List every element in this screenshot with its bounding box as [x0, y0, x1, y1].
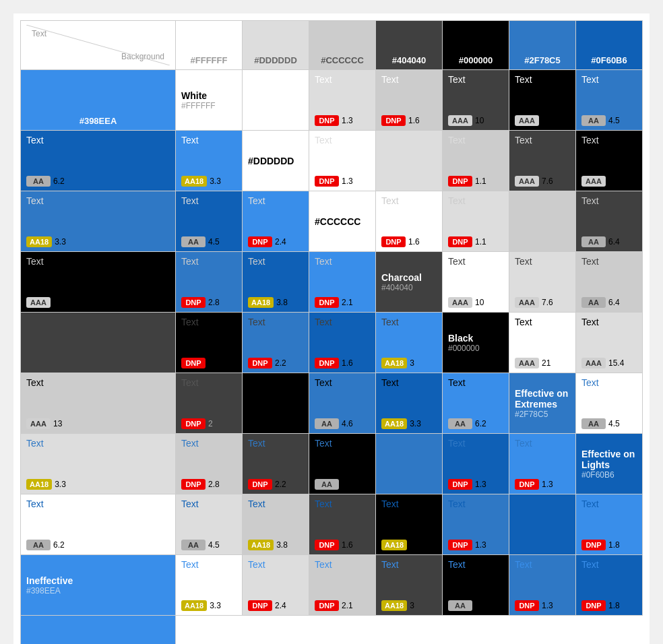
text-sample: Text — [515, 256, 570, 267]
badge-row: DNP 1.8 — [581, 600, 637, 611]
ratio: 2 — [208, 419, 213, 428]
badge-dnp: DNP — [315, 176, 339, 187]
text-sample: Text — [581, 498, 637, 509]
cell-black-2f78c5: Text AA 4.6 — [309, 373, 376, 434]
col-header-2f78c5: #2F78C5 — [509, 21, 576, 70]
row-name-white: White — [181, 90, 236, 101]
badge-aaa: AAA — [515, 115, 539, 126]
badge-aa18: AA18 — [248, 540, 274, 550]
row-hex-398eea: #398EEA — [26, 586, 170, 595]
cell-white-398eea: Text AA18 3.3 — [176, 131, 243, 191]
text-sample: Text — [26, 195, 170, 206]
row-name-black: Black — [448, 333, 503, 344]
cell-black-ffffff: Text AAA 21 — [509, 313, 576, 373]
ratio: 1.3 — [542, 480, 553, 489]
ratio: 2.1 — [342, 601, 353, 610]
badge-row: AAA 15.4 — [581, 358, 637, 368]
badge-row: DNP 2.1 — [315, 297, 370, 308]
badge-row: DNP 1.1 — [448, 176, 503, 187]
col-header-cccccc: #CCCCCC — [309, 21, 376, 70]
cell-charcoal-dddddd: Text AAA 7.6 — [509, 252, 576, 313]
svg-line-0 — [26, 25, 170, 65]
badge-row: AA 4.6 — [315, 479, 370, 490]
badge-row: AAA 7.6 — [515, 176, 570, 187]
ratio: 1.6 — [342, 540, 353, 550]
cell-398eea-398eea — [21, 616, 176, 644]
badge-aa18: AA18 — [381, 540, 407, 550]
cell-2f78c5-398eea: Text DNP 1.3 — [509, 434, 576, 494]
badge-row: DNP 1.3 — [315, 176, 370, 187]
text-sample: Text — [381, 377, 437, 388]
badge-row: AA18 3.3 — [26, 236, 170, 247]
cell-charcoal-2f78c5: Text DNP 2.2 — [243, 313, 309, 373]
badge-dnp: DNP — [315, 115, 339, 126]
cell-charcoal-000000: Text DNP 2 — [176, 313, 243, 373]
text-sample: Text — [581, 377, 637, 388]
text-sample: Text — [181, 256, 236, 267]
row-hex-black: #000000 — [448, 344, 503, 353]
main-container: Text Background #FFFFFF #DDDDDD #CCCCCC … — [13, 13, 650, 644]
badge-row: DNP 2.1 — [315, 600, 370, 611]
text-sample: Text — [248, 256, 303, 267]
badge-row: AA18 3.8 — [248, 540, 303, 550]
text-sample: Text — [381, 498, 437, 509]
badge-row: AA 4.5 — [181, 540, 236, 550]
cell-0f60b6-2f78c5: Text DNP 1.3 — [443, 494, 509, 555]
text-sample: Text — [381, 195, 437, 206]
row-header-dddddd: #DDDDDD — [243, 131, 309, 191]
row-name-2f78c5: Effective on Extremes — [515, 388, 570, 410]
ratio: 1.1 — [475, 176, 486, 186]
badge-row: DNP 1.6 — [381, 236, 437, 247]
text-sample: Text — [515, 559, 570, 570]
cell-cccccc-dddddd: Text DNP 1.1 — [443, 191, 509, 252]
text-sample: Text — [26, 377, 170, 388]
ratio: 2.2 — [275, 358, 286, 368]
badge-aaa: AAA — [515, 176, 539, 187]
row-header-white: White #FFFFFF — [176, 70, 243, 131]
ratio: 15.4 — [608, 176, 624, 186]
contrast-grid: Text Background #FFFFFF #DDDDDD #CCCCCC … — [20, 20, 643, 644]
cell-0f60b6-404040: Text DNP 1.6 — [309, 494, 376, 555]
cell-398eea-0f60b6: Text DNP 1.8 — [576, 555, 643, 616]
ratio: 4.5 — [208, 237, 220, 247]
badge-row: AA 6.2 — [448, 600, 503, 611]
cell-white-404040: Text AAA 10 — [443, 70, 509, 131]
text-sample: Text — [181, 438, 236, 449]
cell-cccccc-000000: Text AAA 13 — [21, 252, 176, 313]
ratio: 4.6 — [342, 419, 353, 428]
cell-charcoal-cccccc: Text AA 6.4 — [576, 252, 643, 313]
text-sample: Text — [515, 135, 570, 146]
badge-aaa: AAA — [515, 358, 539, 368]
ratio: 3.3 — [55, 480, 66, 489]
badge-row: AA18 3.3 — [381, 540, 437, 550]
badge-row: AA 4.6 — [315, 418, 370, 429]
ratio: 6.2 — [53, 176, 65, 186]
badge-row: AAA 21 — [515, 358, 570, 368]
text-sample: Text — [581, 195, 637, 206]
badge-row: AA 6.4 — [581, 236, 637, 247]
badge-row: AA 6.4 — [581, 297, 637, 308]
row-name-0f60b6: Effective on Lights — [581, 449, 637, 470]
badge-aaa: AAA — [448, 115, 472, 126]
badge-row: AA18 3.3 — [26, 479, 170, 490]
badge-dnp: DNP — [315, 297, 339, 308]
ratio: 3.3 — [210, 601, 221, 610]
badge-dnp: DNP — [315, 540, 339, 550]
cell-cccccc-398eea: Text DNP 2.1 — [309, 252, 376, 313]
text-sample: Text — [448, 498, 503, 509]
badge-row: AA 4.5 — [581, 115, 637, 126]
badge-aaa: AAA — [26, 418, 51, 429]
cell-white-cccccc: Text DNP 1.6 — [376, 70, 443, 131]
badge-dnp: DNP — [381, 115, 406, 126]
text-sample: Text — [448, 377, 503, 388]
badge-aa: AA — [581, 418, 606, 429]
col-header-404040: #404040 — [376, 21, 443, 70]
badge-row: DNP 1.6 — [381, 115, 437, 126]
cell-0f60b6-ffffff: Text AA 6.2 — [21, 494, 176, 555]
col-label-dddddd: #DDDDDD — [248, 55, 303, 65]
badge-row: AAA 10 — [448, 297, 503, 308]
badge-aa: AA — [581, 297, 606, 308]
ratio: 1.6 — [408, 116, 420, 125]
badge-row: DNP 2.2 — [248, 479, 303, 490]
text-sample: Text — [248, 498, 303, 509]
